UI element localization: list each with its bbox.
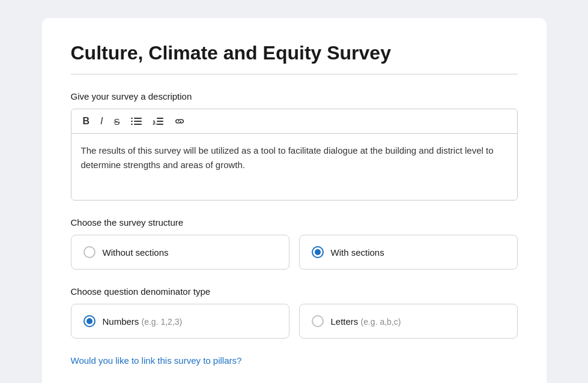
- structure-options: Without sections With sections: [71, 235, 518, 270]
- numbers-label: Numbers (e.g. 1,2,3): [103, 316, 183, 327]
- without-sections-label: Without sections: [103, 247, 169, 258]
- link-button[interactable]: [170, 115, 189, 128]
- numbers-radio: [83, 315, 95, 327]
- with-sections-radio-dot: [315, 249, 321, 255]
- structure-label: Choose the survey structure: [71, 217, 518, 228]
- editor-toolbar: B I S 1.: [71, 109, 517, 134]
- letters-option[interactable]: Letters (e.g. a,b,c): [299, 304, 518, 339]
- description-label: Give your survey a description: [71, 91, 518, 101]
- ordered-list-button[interactable]: 1. 2.: [148, 115, 168, 128]
- with-sections-radio: [312, 246, 324, 258]
- strikethrough-button[interactable]: S: [110, 115, 124, 128]
- with-sections-option[interactable]: With sections: [299, 235, 518, 270]
- bold-button[interactable]: B: [79, 114, 94, 128]
- svg-text:2.: 2.: [153, 120, 157, 125]
- unordered-list-button[interactable]: [127, 115, 146, 128]
- svg-rect-3: [134, 121, 142, 122]
- svg-rect-1: [134, 118, 142, 119]
- with-sections-label: With sections: [331, 247, 384, 258]
- svg-rect-10: [157, 124, 163, 125]
- letters-radio: [312, 315, 324, 327]
- main-container: Culture, Climate and Equity Survey Give …: [42, 18, 547, 383]
- description-text[interactable]: The results of this survey will be utili…: [71, 134, 517, 200]
- without-sections-radio: [83, 246, 95, 258]
- svg-rect-0: [131, 118, 133, 119]
- rich-text-editor: B I S 1.: [71, 109, 518, 201]
- ul-icon: [131, 117, 142, 125]
- svg-rect-2: [131, 121, 133, 122]
- link-icon: [174, 117, 185, 125]
- pillars-link[interactable]: Would you like to link this survey to pi…: [71, 355, 242, 366]
- svg-rect-9: [157, 121, 163, 122]
- svg-rect-5: [134, 124, 142, 125]
- description-section: Give your survey a description B I S: [71, 91, 518, 201]
- numbers-radio-dot: [86, 318, 92, 324]
- italic-button[interactable]: I: [96, 114, 107, 128]
- denominator-label: Choose question denominator type: [71, 286, 518, 297]
- without-sections-option[interactable]: Without sections: [71, 235, 289, 270]
- structure-section: Choose the survey structure Without sect…: [71, 217, 518, 270]
- survey-title: Culture, Climate and Equity Survey: [71, 42, 518, 74]
- svg-rect-4: [131, 124, 133, 125]
- letters-label: Letters (e.g. a,b,c): [331, 316, 401, 327]
- ol-icon: 1. 2.: [153, 117, 163, 125]
- denominator-section: Choose question denominator type Numbers…: [71, 286, 518, 339]
- svg-rect-7: [157, 118, 163, 119]
- denominator-options: Numbers (e.g. 1,2,3) Letters (e.g. a,b,c…: [71, 304, 518, 339]
- numbers-option[interactable]: Numbers (e.g. 1,2,3): [71, 304, 289, 339]
